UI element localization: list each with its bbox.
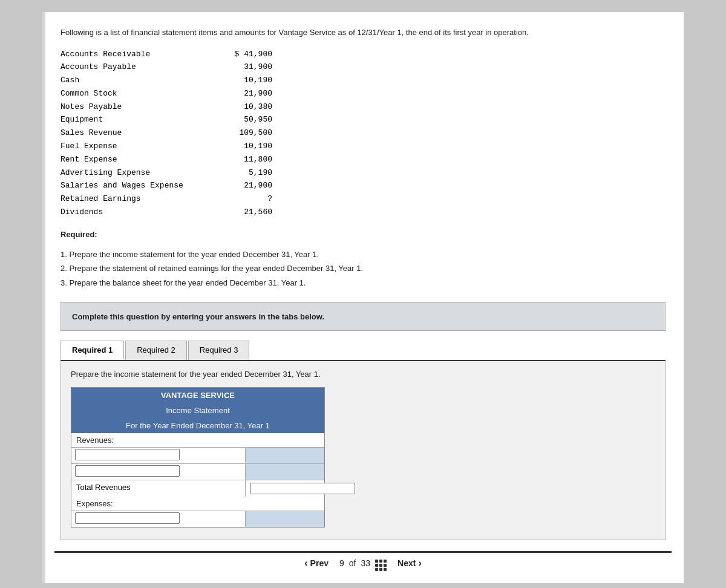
item-label-11: Retained Earnings — [60, 193, 200, 206]
tab-required-1[interactable]: Required 1 — [60, 341, 124, 360]
revenue-label-input-2[interactable] — [75, 465, 180, 477]
revenue-value-cell-2[interactable] — [246, 464, 324, 480]
item-value-4: 10,380 — [224, 101, 272, 114]
item-value-11: ? — [224, 193, 272, 206]
item-value-0: $ 41,900 — [224, 48, 272, 61]
company-name: VANTAGE SERVICE — [71, 388, 324, 403]
complete-box: Complete this question by entering your … — [60, 302, 666, 331]
revenue-label-input-1[interactable] — [75, 449, 180, 460]
instruction-1: 1. Prepare the income statement for the … — [60, 247, 666, 261]
expense-label-cell-1[interactable] — [71, 511, 246, 527]
instruction-2: 2. Prepare the statement of retained ear… — [60, 261, 666, 275]
revenue-value-input-2[interactable] — [249, 466, 321, 475]
item-label-12: Dividends — [60, 206, 200, 219]
instruction-3: 3. Prepare the balance sheet for the yea… — [60, 276, 666, 290]
expense-value-cell-1[interactable] — [246, 511, 324, 527]
item-label-1: Accounts Payable — [60, 61, 200, 74]
total-pages: 33 — [361, 558, 370, 568]
item-value-9: 5,190 — [224, 167, 272, 180]
tab-required-2[interactable]: Required 2 — [125, 341, 187, 360]
revenue-value-cell-1[interactable] — [246, 448, 324, 463]
page-info: 9 of 33 — [339, 555, 387, 571]
total-revenues-input[interactable] — [250, 483, 355, 494]
item-value-10: 21,900 — [224, 180, 272, 192]
prev-chevron-icon: ‹ — [304, 558, 307, 569]
revenue-value-input-1[interactable] — [249, 450, 321, 459]
item-value-5: 50,950 — [224, 114, 272, 126]
prev-label[interactable]: Prev — [310, 558, 329, 568]
revenues-label: Revenues: — [71, 433, 324, 447]
item-value-6: 109,500 — [224, 127, 272, 140]
next-chevron-icon: › — [418, 558, 421, 569]
item-label-0: Accounts Receivable — [60, 48, 200, 61]
item-label-6: Sales Revenue — [60, 127, 200, 140]
expenses-label: Expenses: — [71, 497, 324, 511]
financial-data-table: Accounts Receivable Accounts Payable Cas… — [60, 48, 666, 219]
revenue-input-row-1[interactable] — [71, 447, 324, 463]
prev-button[interactable]: ‹ Prev — [304, 558, 329, 569]
revenue-label-cell-1[interactable] — [71, 448, 246, 463]
expense-label-input-1[interactable] — [75, 512, 180, 524]
total-revenues-label: Total Revenues — [71, 480, 246, 497]
tabs-row: Required 1 Required 2 Required 3 — [60, 341, 666, 361]
required-label: Required: — [60, 230, 666, 239]
bottom-navigation: ‹ Prev 9 of 33 Next › — [60, 555, 666, 571]
next-label[interactable]: Next — [397, 558, 416, 568]
grid-menu-icon[interactable] — [375, 555, 387, 571]
data-values: $ 41,900 31,900 10,190 21,900 10,380 50,… — [224, 48, 272, 219]
income-statement-table: VANTAGE SERVICE Income Statement For the… — [71, 387, 325, 528]
item-label-4: Notes Payable — [60, 101, 200, 114]
of-label: of — [349, 558, 356, 568]
prepare-text: Prepare the income statement for the yea… — [71, 370, 655, 379]
instructions: 1. Prepare the income statement for the … — [60, 247, 666, 290]
complete-box-text: Complete this question by entering your … — [72, 312, 324, 321]
item-label-9: Advertising Expense — [60, 167, 200, 180]
revenue-input-row-2[interactable] — [71, 463, 324, 480]
item-value-12: 21,560 — [224, 206, 272, 219]
grid-dots-icon[interactable] — [375, 560, 387, 571]
item-value-7: 10,190 — [224, 140, 272, 153]
statement-period: For the Year Ended December 31, Year 1 — [71, 418, 324, 433]
item-label-7: Fuel Expense — [60, 140, 200, 153]
current-page: 9 — [339, 558, 344, 568]
item-value-3: 21,900 — [224, 88, 272, 100]
item-label-5: Equipment — [60, 114, 200, 126]
revenue-label-cell-2[interactable] — [71, 464, 246, 480]
expense-value-input-1[interactable] — [249, 514, 321, 523]
next-button[interactable]: Next › — [397, 558, 422, 569]
total-revenues-value[interactable] — [246, 480, 324, 497]
statement-title: Income Statement — [71, 403, 324, 418]
total-revenues-row: Total Revenues — [71, 480, 324, 497]
item-label-10: Salaries and Wages Expense — [60, 180, 200, 192]
tab-required-3[interactable]: Required 3 — [188, 341, 250, 360]
item-label-3: Common Stock — [60, 88, 200, 100]
item-label-8: Rent Expense — [60, 154, 200, 166]
item-value-1: 31,900 — [224, 61, 272, 74]
tab-content: Prepare the income statement for the yea… — [60, 361, 666, 540]
expense-input-row-1[interactable] — [71, 511, 324, 527]
item-label-2: Cash — [60, 74, 200, 87]
item-value-2: 10,190 — [224, 74, 272, 87]
data-labels: Accounts Receivable Accounts Payable Cas… — [60, 48, 200, 219]
intro-text: Following is a list of financial stateme… — [60, 27, 666, 39]
item-value-8: 11,800 — [224, 154, 272, 166]
